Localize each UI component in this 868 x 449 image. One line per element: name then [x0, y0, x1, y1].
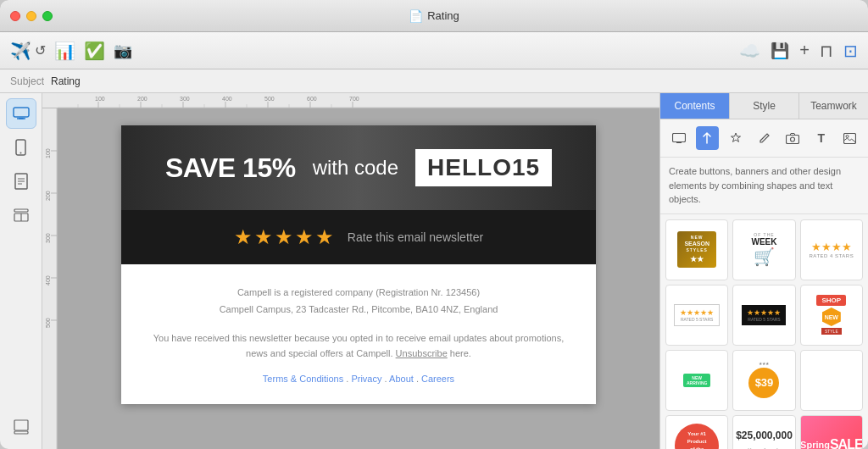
badge-product-month[interactable]: Your #1Productof theMonth	[665, 415, 728, 450]
desktop-view-icon[interactable]	[6, 98, 36, 129]
company-line1: Campell is a registered company (Registr…	[237, 287, 480, 297]
ruler-top: 100 200 300 400 500 600 700	[42, 93, 659, 108]
ruler-left: 100 200 300 400 500	[42, 108, 58, 449]
svg-text:300: 300	[180, 96, 190, 102]
panel-description: Create buttons, banners and other design…	[660, 158, 868, 214]
svg-rect-0	[14, 108, 29, 117]
panel-monitor-icon[interactable]	[667, 126, 691, 150]
svg-rect-13	[14, 431, 28, 434]
canvas-scroll[interactable]: SAVE 15% with code HELLO15 ★★★★★ Rate th…	[58, 108, 659, 449]
about-link[interactable]: About	[389, 374, 414, 384]
title-text: Rating	[427, 9, 459, 22]
tab-contents[interactable]: Contents	[660, 93, 730, 119]
svg-text:600: 600	[307, 96, 317, 102]
svg-rect-9	[14, 209, 28, 212]
mobile-view-icon[interactable]	[6, 132, 36, 163]
svg-text:500: 500	[264, 96, 275, 102]
svg-text:100: 100	[95, 96, 105, 102]
add-icon[interactable]: +	[799, 41, 810, 60]
badge-price-circle[interactable]: ★★★ $39	[732, 350, 795, 411]
footer-message: You have received this newsletter becaus…	[147, 330, 570, 362]
panel-edit-icon[interactable]	[753, 126, 776, 150]
panel-image-icon[interactable]	[837, 126, 861, 150]
layout-icon[interactable]: ⊓	[820, 41, 833, 61]
svg-point-51	[791, 137, 795, 141]
message-text: You have received this newsletter becaus…	[153, 333, 565, 359]
here-text: here.	[450, 348, 471, 358]
left-sidebar	[0, 93, 42, 449]
footer-company: Campell is a registered company (Registr…	[147, 285, 570, 319]
close-button[interactable]	[10, 11, 20, 21]
minimize-button[interactable]	[26, 11, 36, 21]
panel-camera-icon[interactable]	[781, 126, 804, 150]
document-view-icon[interactable]	[6, 166, 36, 197]
with-code-text: with code	[313, 156, 398, 180]
footer-links: Terms & Conditions . Privacy . About . C…	[147, 374, 570, 384]
panel-tools: T	[660, 119, 868, 158]
badge-spring-sale[interactable]: SpringSALE	[800, 415, 863, 450]
rating-text: Rate this email newsletter	[348, 230, 483, 244]
camera-icon[interactable]: 📷	[114, 42, 132, 60]
tool-group-send: ✈️ ↺	[10, 41, 46, 61]
privacy-link[interactable]: Privacy	[351, 374, 381, 384]
main-area: 100 200 300 400 500 600 700	[0, 93, 868, 449]
badge-of-week[interactable]: OF THE WEEK 🛒	[732, 219, 795, 280]
subject-value: Rating	[51, 75, 81, 87]
maximize-button[interactable]	[42, 11, 53, 21]
save-icon[interactable]: 💾	[771, 42, 789, 60]
panel-star-icon[interactable]	[724, 126, 748, 150]
sync-icon[interactable]: ↺	[35, 42, 46, 58]
svg-text:400: 400	[222, 96, 232, 102]
svg-text:200: 200	[137, 96, 147, 102]
svg-point-53	[846, 135, 849, 137]
svg-text:200: 200	[45, 191, 51, 201]
svg-text:300: 300	[45, 233, 51, 243]
badge-5box-dark[interactable]: ★★★★★ RATED 5 STARS	[732, 285, 795, 346]
subject-bar: Subject Rating	[0, 69, 868, 93]
panel-text-icon[interactable]: T	[810, 126, 833, 150]
careers-link[interactable]: Careers	[421, 374, 454, 384]
svg-rect-47	[672, 133, 685, 141]
svg-point-4	[20, 152, 22, 154]
svg-rect-52	[843, 133, 855, 143]
cloud-icon[interactable]: ☁️	[739, 41, 760, 61]
panel-grid: NEW SEASON STYLES ★★ OF THE WEEK 🛒 ★★★★ …	[660, 214, 868, 450]
grid-view-icon[interactable]	[6, 200, 36, 230]
unsubscribe-link[interactable]: Unsubscribe	[396, 348, 448, 358]
subject-label: Subject	[10, 75, 44, 87]
stats-icon[interactable]: 📊	[54, 41, 75, 61]
email-footer: Campell is a registered company (Registr…	[121, 264, 596, 404]
email-rating: ★★★★★ Rate this email newsletter	[121, 210, 596, 264]
titlebar: 📄 Rating	[0, 0, 868, 32]
badge-new-season[interactable]: NEW SEASON STYLES ★★	[665, 219, 728, 280]
panel-tabs: Contents Style Teamwork	[660, 93, 868, 119]
svg-text:700: 700	[349, 96, 359, 102]
rating-stars: ★★★★★	[234, 225, 336, 249]
toolbar-right: ☁️ 💾 + ⊓ ⊡	[739, 41, 858, 61]
badge-empty[interactable]	[800, 350, 863, 411]
canvas-content: 100 200 300 400 500	[42, 108, 659, 449]
panel-arrow-icon[interactable]	[696, 126, 720, 150]
tab-teamwork[interactable]: Teamwork	[799, 93, 868, 119]
send-icon[interactable]: ✈️	[10, 41, 31, 61]
svg-text:100: 100	[45, 148, 51, 158]
toolbar-left: ✈️ ↺ 📊 ✅ 📷	[10, 41, 726, 61]
window-title: 📄 Rating	[409, 9, 459, 23]
toolbar: ✈️ ↺ 📊 ✅ 📷 ☁️ 💾 + ⊓ ⊡	[0, 32, 868, 69]
window-controls[interactable]	[10, 11, 53, 21]
terms-link[interactable]: Terms & Conditions	[263, 374, 343, 384]
badge-shop-new-style[interactable]: SHOP NEW STYLE	[800, 285, 863, 346]
canvas-area: 100 200 300 400 500 600 700	[42, 93, 659, 449]
right-panel: Contents Style Teamwork	[659, 93, 868, 449]
badge-new-arriving-small[interactable]: NEWARRIVING	[665, 350, 728, 411]
badge-rated-4-stars[interactable]: ★★★★ RATED 4 STARS	[800, 219, 863, 280]
svg-text:500: 500	[45, 318, 51, 328]
email-banner: SAVE 15% with code HELLO15	[121, 125, 596, 210]
badge-5box[interactable]: ★★★★★ RATED 5 STARS	[665, 285, 728, 346]
panel-icon[interactable]: ⊡	[843, 41, 858, 61]
tab-style[interactable]: Style	[730, 93, 799, 119]
check-icon[interactable]: ✅	[84, 41, 105, 61]
badge-house[interactable]: $25,000,000 House for sale $4bd · 3ba · …	[732, 415, 795, 450]
footer-view-icon[interactable]	[6, 412, 36, 442]
svg-rect-50	[787, 135, 799, 143]
